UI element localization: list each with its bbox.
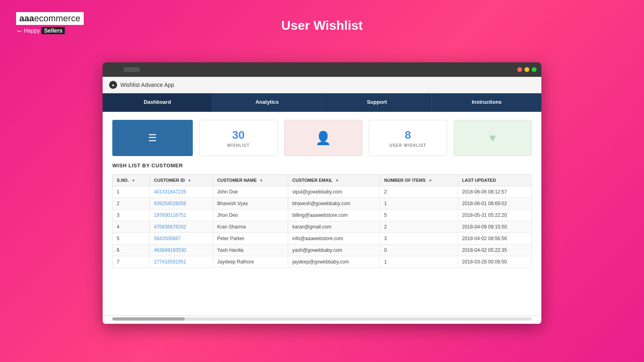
cell-last-updated: 2018-04-02 05:22:35: [458, 245, 532, 256]
user-wishlist-label: USER WISHLIST: [390, 143, 426, 148]
list-icon: ☰: [148, 132, 157, 144]
cell-last-updated: 2018-04-02 08:56:56: [458, 233, 532, 245]
brand-name-aaa: aaa: [19, 13, 34, 23]
cell-customer-id: 197600116751: [150, 210, 213, 221]
cell-customer-name: Kran Sharma: [213, 221, 288, 233]
browser-titlebar: [103, 62, 541, 77]
customer-id-link[interactable]: 277415591951: [154, 259, 186, 265]
cell-customer-email: vipul@gowebbaby.com: [288, 186, 380, 198]
cell-last-updated: 2018-06-06 08:12:57: [458, 186, 532, 198]
col-customer-email[interactable]: CUSTOMER EMAIL ▼: [288, 175, 380, 186]
table-heading: WISH LIST BY CUSTOMER: [112, 162, 532, 169]
cell-sno: 7: [113, 256, 150, 268]
table-section: WISH LIST BY CUSTOMER S.NO. ▼ CUSTOMER I…: [103, 162, 541, 315]
tab-analytics[interactable]: Analytics: [213, 93, 322, 112]
app-header: ● Wishlist Advance App: [103, 77, 541, 93]
cell-customer-name: Yash Hardia: [213, 245, 288, 256]
heart-icon: ♥: [489, 132, 496, 144]
cell-sno: 1: [113, 186, 150, 198]
brand-area: aaaecommerce ⌣ Happy Sellers: [16, 12, 84, 35]
dot-green[interactable]: [532, 67, 537, 72]
sort-icon-cname: ▼: [260, 179, 263, 183]
brand-happy-label: Happy: [24, 27, 40, 34]
sort-icon-items: ▼: [429, 179, 432, 183]
cell-num-items: 1: [380, 256, 458, 268]
tab-dashboard[interactable]: Dashboard: [103, 93, 213, 112]
col-sno[interactable]: S.NO. ▼: [113, 175, 150, 186]
sort-icon-cid: ▼: [188, 179, 191, 183]
browser-dots: [517, 67, 537, 72]
stats-section: ☰ 30 WISHLIST 👤 8 USER WISHLIST ♥: [103, 112, 541, 162]
table-row: 3 197600116751 Jhon Deo billing@aaawebst…: [113, 210, 532, 221]
brand-logo: aaaecommerce ⌣ Happy Sellers: [16, 12, 84, 35]
customer-id-link[interactable]: 197600116751: [154, 212, 186, 218]
app-title-text: Wishlist Advance App: [120, 82, 174, 88]
cell-customer-email: info@aaawebstore.com: [288, 233, 380, 245]
table-row: 2 639254528058 Bhavesh Vyas bhavesh@gowe…: [113, 198, 532, 210]
cell-customer-name: Peter Parker: [213, 233, 288, 245]
customer-id-link[interactable]: 5843500687: [154, 236, 181, 241]
cell-customer-name: John Doe: [213, 186, 288, 198]
app-icon: ●: [109, 81, 117, 89]
user-wishlist-count: 8: [405, 129, 411, 142]
cell-last-updated: 2018-04-09 09:15:50: [458, 221, 532, 233]
cell-sno: 3: [113, 210, 150, 221]
col-last-updated[interactable]: LAST UPDATED: [458, 175, 532, 186]
cell-num-items: 5: [380, 210, 458, 221]
cell-num-items: 2: [380, 221, 458, 233]
cell-customer-id: 463849193530: [150, 245, 213, 256]
cell-last-updated: 2018-03-28 00:09:50: [458, 256, 532, 268]
table-row: 5 5843500687 Peter Parker info@aaawebsto…: [113, 233, 532, 245]
cell-num-items: 0: [380, 245, 458, 256]
page-title: User Wishlist: [281, 18, 363, 33]
stat-card-heart: ♥: [454, 120, 532, 156]
stat-card-wishlist: 30 WISHLIST: [199, 120, 278, 156]
h-scrollbar-thumb[interactable]: [112, 317, 185, 321]
customer-id-link[interactable]: 463849193530: [154, 247, 186, 253]
app-content: ● Wishlist Advance App Dashboard Analyti…: [103, 77, 541, 324]
cell-customer-name: Jaydeep Rathore: [213, 256, 288, 268]
customer-id-link[interactable]: 475836678202: [154, 224, 186, 230]
cell-num-items: 2: [380, 186, 458, 198]
cell-customer-id: 277415591951: [150, 256, 213, 268]
dot-red[interactable]: [517, 67, 522, 72]
cell-customer-email: yash@gowebbaby.com: [288, 245, 380, 256]
col-customer-name[interactable]: CUSTOMER NAME ▼: [213, 175, 288, 186]
stat-card-user-wishlist: 8 USER WISHLIST: [369, 120, 447, 156]
col-customer-id[interactable]: CUSTOMER ID ▼: [150, 175, 213, 186]
cell-sno: 4: [113, 221, 150, 233]
cell-last-updated: 2018-05-31 05:22:20: [458, 210, 532, 221]
cell-customer-email: karan@gmail.com: [288, 221, 380, 233]
browser-tab: [124, 67, 140, 72]
cell-customer-id: 639254528058: [150, 198, 213, 210]
cell-sno: 2: [113, 198, 150, 210]
stat-card-person: 👤: [284, 120, 363, 156]
tab-instructions[interactable]: Instructions: [432, 93, 541, 112]
tab-support[interactable]: Support: [322, 93, 432, 112]
cell-num-items: 3: [380, 233, 458, 245]
cell-customer-id: 5843500687: [150, 233, 213, 245]
col-num-items[interactable]: NUMBER OF ITEMS ▼: [380, 175, 458, 186]
browser-window: ● Wishlist Advance App Dashboard Analyti…: [103, 62, 541, 324]
customer-table: S.NO. ▼ CUSTOMER ID ▼ CUSTOMER NAME ▼ CU…: [112, 174, 532, 268]
table-row: 4 475836678202 Kran Sharma karan@gmail.c…: [113, 221, 532, 233]
cell-customer-id: 475836678202: [150, 221, 213, 233]
cell-customer-email: billing@aaawebstore.com: [288, 210, 380, 221]
wishlist-label: WISHLIST: [227, 143, 250, 148]
cell-customer-name: Bhavesh Vyas: [213, 198, 288, 210]
customer-id-link[interactable]: 639254528058: [154, 201, 186, 206]
cell-customer-id: 401331847226: [150, 186, 213, 198]
table-row: 1 401331847226 John Doe vipul@gowebbaby.…: [113, 186, 532, 198]
customer-id-link[interactable]: 401331847226: [154, 189, 186, 195]
wishlist-count: 30: [232, 129, 245, 142]
nav-tabs: Dashboard Analytics Support Instructions: [103, 93, 541, 112]
dot-yellow[interactable]: [524, 67, 529, 72]
h-scrollbar[interactable]: [112, 317, 532, 321]
sort-icon-sno: ▼: [132, 179, 135, 183]
table-row: 6 463849193530 Yash Hardia yash@gowebbab…: [113, 245, 532, 256]
table-row: 7 277415591951 Jaydeep Rathore jaydeep@g…: [113, 256, 532, 268]
brand-name-ecommerce: ecommerce: [34, 13, 80, 23]
stat-card-list: ☰: [112, 120, 193, 156]
brand-sellers-label: Sellers: [41, 27, 65, 34]
cell-sno: 5: [113, 233, 150, 245]
